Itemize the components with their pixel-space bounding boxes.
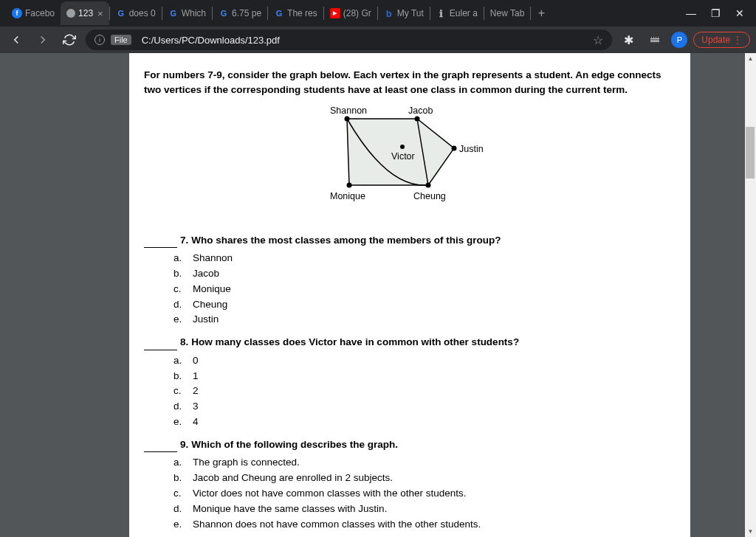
intro-text: For numbers 7-9, consider the graph belo…: [144, 68, 676, 98]
q8-opt-e: 4: [193, 415, 199, 430]
facebook-icon: f: [12, 8, 22, 18]
q8-text: How many classes does Victor have in com…: [191, 335, 519, 350]
q8-opt-b: 1: [193, 369, 199, 384]
minimize-icon[interactable]: —: [686, 7, 696, 19]
google-icon: G: [168, 8, 179, 18]
q7-opt-c: Monique: [193, 282, 231, 297]
vertex-monique: Monique: [330, 190, 365, 204]
google-icon: G: [219, 8, 229, 18]
tab-label: Euler a: [450, 8, 478, 18]
maximize-icon[interactable]: ❐: [711, 7, 721, 19]
back-button[interactable]: [6, 30, 27, 50]
q7-opt-a: Shannon: [193, 251, 233, 266]
tab-label: New Tab: [490, 8, 524, 18]
url-text: C:/Users/PC/Downloads/123.pdf: [142, 35, 588, 46]
scrollbar[interactable]: ▲ ▼: [745, 53, 756, 537]
q8-opt-d: 3: [193, 399, 199, 415]
scroll-thumb[interactable]: [746, 127, 755, 179]
svg-point-7: [400, 145, 405, 149]
close-icon[interactable]: ×: [97, 8, 103, 19]
tab-label: Facebo: [25, 8, 55, 18]
tab-google-4[interactable]: GThe res: [268, 1, 323, 25]
i-icon: ℹ: [436, 8, 447, 18]
tab-pdf[interactable]: 123×: [61, 1, 109, 25]
pdf-page: For numbers 7-9, consider the graph belo…: [129, 53, 690, 537]
svg-point-6: [347, 182, 352, 187]
google-icon: G: [274, 8, 284, 18]
vertex-cheung: Cheung: [413, 190, 446, 204]
update-button[interactable]: Update⋮: [693, 32, 750, 48]
scroll-up-icon[interactable]: ▲: [745, 53, 756, 64]
star-icon[interactable]: ☆: [593, 33, 603, 47]
q9-text: Which of the following describes the gra…: [191, 437, 398, 452]
question-9: 9. Which of the following describes the …: [144, 437, 676, 533]
tab-bartleby[interactable]: bMy Tut: [378, 1, 430, 25]
tab-google-3[interactable]: G6.75 pe: [213, 1, 267, 25]
tab-label: does 0: [129, 8, 156, 18]
q7-text: Who shares the most classes among the me…: [191, 233, 501, 248]
vertex-jacob: Jacob: [408, 104, 433, 118]
kebab-icon: ⋮: [733, 35, 742, 45]
q9-opt-e: Shannon does not have common classes wit…: [193, 517, 481, 533]
q9-opt-c: Victor does not have common classes with…: [193, 486, 466, 502]
q7-opt-d: Cheung: [193, 297, 227, 313]
student-graph: Shannon Jacob Justin Victor Monique Cheu…: [299, 104, 520, 207]
question-7: 7. Who shares the most classes among the…: [144, 233, 676, 328]
tab-google-2[interactable]: GWhich: [162, 1, 212, 25]
globe-icon: [66, 9, 75, 18]
tab-label: Which: [182, 8, 206, 18]
q8-opt-a: 0: [193, 353, 199, 369]
q7-opt-b: Jacob: [193, 266, 219, 282]
vertex-victor: Victor: [391, 150, 415, 164]
new-tab-button[interactable]: +: [531, 3, 551, 24]
q7-opt-e: Justin: [193, 312, 219, 328]
tab-new[interactable]: New Tab: [484, 1, 530, 25]
svg-point-5: [426, 182, 431, 187]
youtube-icon: ▶: [330, 8, 340, 18]
forward-button[interactable]: [32, 30, 53, 50]
extensions-icon[interactable]: ✱: [618, 30, 639, 50]
vertex-shannon: Shannon: [330, 104, 367, 118]
q9-opt-b: Jacob and Cheung are enrolled in 2 subje…: [193, 471, 393, 486]
address-bar[interactable]: i File C:/Users/PC/Downloads/123.pdf ☆: [86, 30, 612, 50]
svg-point-4: [452, 145, 457, 150]
tab-facebook[interactable]: fFacebo: [6, 1, 61, 25]
vertex-justin: Justin: [459, 142, 484, 156]
profile-button[interactable]: P: [671, 32, 687, 48]
reload-button[interactable]: [59, 30, 80, 50]
tab-youtube[interactable]: ▶(28) Gr: [324, 1, 377, 25]
tab-google-1[interactable]: Gdoes 0: [110, 1, 162, 25]
tab-label: (28) Gr: [343, 8, 371, 18]
google-icon: G: [116, 8, 126, 18]
q9-opt-d: Monique have the same classes with Justi…: [193, 502, 387, 517]
q9-opt-a: The graph is connected.: [193, 455, 300, 471]
tab-strip: fFacebo 123× Gdoes 0 GWhich G6.75 pe GTh…: [0, 0, 756, 27]
scroll-down-icon[interactable]: ▼: [745, 526, 756, 537]
tab-euler[interactable]: ℹEuler a: [430, 1, 484, 25]
toolbar: i File C:/Users/PC/Downloads/123.pdf ☆ ✱…: [0, 27, 756, 53]
reading-list-icon[interactable]: ⩸: [645, 30, 665, 50]
pdf-viewer: For numbers 7-9, consider the graph belo…: [0, 53, 756, 537]
info-icon[interactable]: i: [94, 35, 105, 45]
close-icon[interactable]: ✕: [735, 7, 744, 19]
tab-label: 123: [78, 8, 93, 18]
q8-opt-c: 2: [193, 384, 199, 399]
window-controls: — ❐ ✕: [686, 7, 750, 19]
file-chip: File: [111, 35, 131, 45]
tab-label: The res: [287, 8, 317, 18]
tab-label: 6.75 pe: [232, 8, 261, 18]
question-8: 8. How many classes does Victor have in …: [144, 335, 676, 430]
tab-label: My Tut: [397, 8, 424, 18]
b-icon: b: [384, 8, 394, 18]
